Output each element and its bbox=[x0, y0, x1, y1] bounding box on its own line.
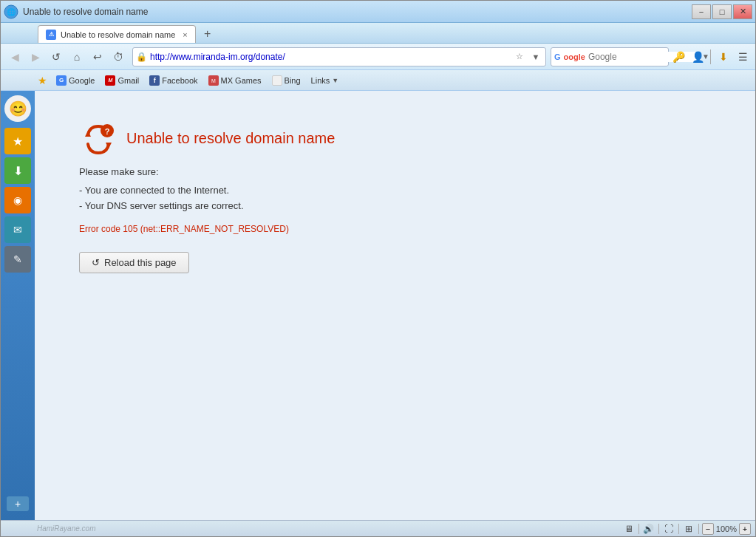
bookmark-mxgames[interactable]: M MX Games bbox=[204, 74, 266, 87]
error-header: ? Unable to resolve domain name bbox=[79, 120, 335, 156]
status-divider-2 bbox=[658, 524, 659, 534]
maximize-button[interactable]: □ bbox=[712, 4, 732, 19]
logo-icon: 😊 bbox=[9, 100, 27, 117]
address-star-icon[interactable]: ☆ bbox=[513, 50, 526, 64]
zoom-out-button[interactable]: − bbox=[702, 523, 714, 535]
home-button[interactable]: ⌂ bbox=[67, 47, 86, 66]
watermark: HamiRayane.com bbox=[37, 524, 95, 533]
content-area: ? Unable to resolve domain name Please m… bbox=[35, 91, 755, 520]
browser-icon: 🌐 bbox=[4, 4, 18, 19]
bookmark-facebook[interactable]: f Facebook bbox=[145, 74, 202, 87]
navigation-bar: ◀ ▶ ↺ ⌂ ↩ ⏱ 🔒 ☆ ▼ G oogle ▼ 🔑 👤 ⬇ ☰ bbox=[1, 44, 755, 70]
google-favicon: G bbox=[56, 75, 67, 86]
zoom-in-button[interactable]: + bbox=[739, 523, 751, 535]
error-title: Unable to resolve domain name bbox=[126, 130, 335, 147]
bookmark-google[interactable]: G Google bbox=[52, 74, 99, 87]
status-bar: 🖥 🔊 ⛶ ⊞ − 100% + bbox=[1, 520, 755, 536]
star-icon: ★ bbox=[13, 134, 23, 148]
svg-text:?: ? bbox=[105, 127, 110, 136]
back-button[interactable]: ◀ bbox=[5, 47, 24, 66]
links-dropdown-icon[interactable]: ▼ bbox=[332, 77, 338, 84]
bookmark-links[interactable]: Links ▼ bbox=[307, 75, 344, 86]
active-tab[interactable]: ⚠ Unable to resolve domain name × bbox=[38, 25, 196, 43]
bookmark-bing[interactable]: Bing bbox=[268, 74, 305, 87]
status-divider-3 bbox=[678, 524, 679, 534]
sidebar-btn-chat[interactable]: ✉ bbox=[4, 216, 31, 243]
title-bar: 🌐 Unable to resolve domain name − □ ✕ bbox=[1, 1, 755, 23]
main-layout: 😊 ★ ⬇ ◉ ✉ ✎ + bbox=[1, 91, 755, 520]
reload-icon: ↺ bbox=[92, 257, 100, 268]
error-make-sure: Please make sure: bbox=[79, 165, 335, 180]
person-icon[interactable]: 👤 bbox=[689, 49, 706, 65]
zoom-control: − 100% + bbox=[702, 523, 751, 535]
status-grid-icon[interactable]: ⊞ bbox=[682, 522, 695, 536]
back-history-button[interactable]: ↩ bbox=[88, 47, 107, 66]
search-brand-icon: G bbox=[554, 52, 561, 61]
bookmarks-star-icon[interactable]: ★ bbox=[38, 75, 47, 86]
mxgames-favicon: M bbox=[208, 75, 219, 86]
status-divider-4 bbox=[698, 524, 699, 534]
forward-button[interactable]: ▶ bbox=[26, 47, 45, 66]
svg-text:M: M bbox=[211, 78, 216, 83]
address-dropdown-icon[interactable]: ▼ bbox=[529, 50, 542, 64]
reload-page-button[interactable]: ↺ Reload this page bbox=[79, 252, 189, 273]
bing-favicon bbox=[272, 75, 282, 86]
tab-close-button[interactable]: × bbox=[183, 30, 187, 39]
chat-icon: ✉ bbox=[13, 224, 22, 236]
zoom-level: 100% bbox=[716, 524, 737, 533]
sidebar-btn-rss[interactable]: ◉ bbox=[4, 187, 31, 213]
browser-window: 🌐 Unable to resolve domain name − □ ✕ ⚠ … bbox=[0, 0, 756, 537]
new-tab-button[interactable]: + bbox=[199, 25, 217, 43]
error-item-internet: - You are connected to the Internet. bbox=[79, 183, 335, 199]
sidebar-btn-download[interactable]: ⬇ bbox=[4, 157, 31, 184]
error-icon: ? bbox=[79, 120, 115, 156]
address-input[interactable] bbox=[150, 52, 510, 62]
bookmark-gmail[interactable]: M Gmail bbox=[101, 74, 143, 87]
bookmark-facebook-label: Facebook bbox=[162, 76, 197, 85]
error-code: Error code 105 (net::ERR_NAME_NOT_RESOLV… bbox=[79, 222, 335, 236]
search-bar: G oogle ▼ bbox=[551, 47, 669, 66]
gmail-favicon: M bbox=[105, 75, 115, 86]
status-expand-icon[interactable]: ⛶ bbox=[662, 522, 675, 536]
address-bar: 🔒 ☆ ▼ bbox=[132, 47, 546, 66]
edit-icon: ✎ bbox=[13, 253, 22, 265]
reload-button[interactable]: ↺ bbox=[47, 47, 66, 66]
tab-favicon: ⚠ bbox=[46, 30, 56, 40]
error-item-dns: - Your DNS server settings are correct. bbox=[79, 199, 335, 214]
toolbar-icons: 🔑 👤 ⬇ ☰ bbox=[670, 49, 751, 65]
toolbar-divider bbox=[710, 49, 711, 64]
address-lock-icon: 🔒 bbox=[136, 52, 147, 62]
clock-button[interactable]: ⏱ bbox=[109, 47, 128, 66]
error-body: Please make sure: - You are connected to… bbox=[79, 165, 335, 237]
menu-icon[interactable]: ☰ bbox=[735, 49, 751, 65]
download-sidebar-icon: ⬇ bbox=[13, 164, 23, 178]
status-monitor-icon[interactable]: 🖥 bbox=[622, 522, 636, 536]
reload-label: Reload this page bbox=[104, 257, 177, 268]
sidebar-btn-edit[interactable]: ✎ bbox=[4, 246, 31, 273]
facebook-favicon: f bbox=[149, 75, 160, 86]
rss-icon: ◉ bbox=[13, 194, 22, 206]
tab-bar: ⚠ Unable to resolve domain name × + bbox=[1, 23, 755, 44]
close-button[interactable]: ✕ bbox=[733, 4, 752, 19]
minimize-button[interactable]: − bbox=[692, 4, 711, 19]
sidebar-logo: 😊 bbox=[4, 95, 31, 122]
bookmark-bing-label: Bing bbox=[285, 76, 301, 85]
bookmark-links-label: Links bbox=[311, 76, 330, 85]
window-title: Unable to resolve domain name bbox=[23, 7, 692, 17]
status-divider-1 bbox=[638, 524, 639, 534]
error-container: ? Unable to resolve domain name Please m… bbox=[79, 120, 335, 273]
sidebar-bottom: + bbox=[7, 496, 29, 516]
window-controls: − □ ✕ bbox=[692, 4, 752, 19]
key-icon[interactable]: 🔑 bbox=[670, 49, 687, 65]
sidebar-btn-star[interactable]: ★ bbox=[4, 128, 31, 154]
status-speaker-icon[interactable]: 🔊 bbox=[642, 522, 655, 536]
bookmarks-bar: ★ G Google M Gmail f Facebook M MX Games… bbox=[1, 70, 755, 91]
search-brand-rest: oogle bbox=[564, 52, 585, 61]
sidebar-add-button[interactable]: + bbox=[7, 496, 29, 511]
sidebar: 😊 ★ ⬇ ◉ ✉ ✎ + bbox=[1, 91, 35, 520]
bookmark-gmail-label: Gmail bbox=[118, 76, 139, 85]
bookmark-mxgames-label: MX Games bbox=[221, 76, 262, 85]
tab-label: Unable to resolve domain name bbox=[61, 30, 175, 39]
svg-text:🌐: 🌐 bbox=[7, 7, 16, 17]
download-icon[interactable]: ⬇ bbox=[715, 49, 732, 65]
